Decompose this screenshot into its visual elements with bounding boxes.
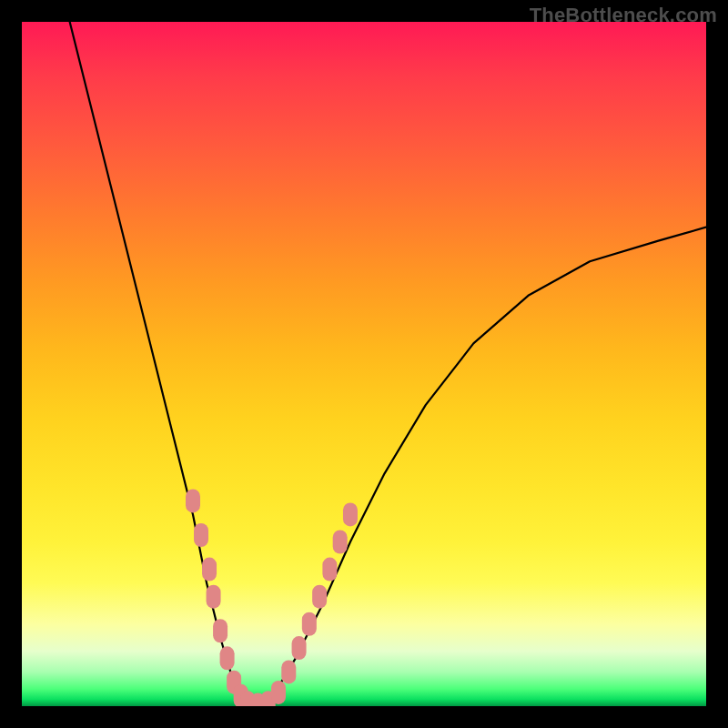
curve-marker: [292, 636, 307, 660]
watermark-label: TheBottleneck.com: [530, 4, 717, 27]
curve-marker: [220, 646, 235, 670]
curve-marker: [186, 489, 200, 512]
curve-marker: [271, 681, 286, 704]
chart-frame: [22, 22, 706, 706]
curve-marker: [312, 585, 327, 609]
curve-marker: [194, 523, 208, 547]
curve-marker: [322, 558, 337, 581]
curve-marker: [343, 502, 358, 526]
curve-marker: [302, 612, 317, 636]
curve-marker: [213, 619, 228, 642]
bottleneck-curve-path: [70, 22, 706, 706]
chart-svg: [22, 22, 706, 706]
curve-markers: [186, 489, 358, 706]
curve-marker: [333, 531, 348, 554]
curve-marker: [281, 660, 296, 683]
bottleneck-curve: [70, 22, 706, 706]
curve-marker: [202, 558, 217, 581]
curve-marker: [207, 585, 221, 609]
